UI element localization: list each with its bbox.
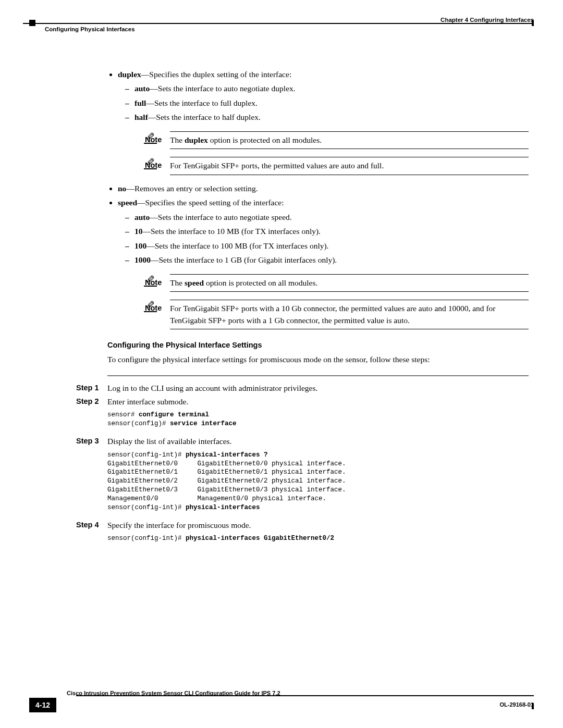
note-tengig-speed: ✎ Note For TenGigabit SFP+ ports with a … [144, 300, 529, 329]
note-speed-protected: ✎ Note The speed option is protected on … [144, 274, 529, 292]
subsection-heading: Configuring the Physical Interface Setti… [107, 340, 529, 351]
code-step2: sensor# configure terminal sensor(config… [107, 411, 529, 428]
page-content: duplex—Specifies the duplex setting of t… [107, 69, 529, 548]
header-section: Configuring Physical Interfaces [45, 25, 135, 34]
bullet-speed: speed—Specifies the speed setting of the… [118, 197, 529, 329]
page-header: Chapter 4 Configuring Interfaces Configu… [29, 16, 534, 32]
code-step4: sensor(config-int)# physical-interfaces … [107, 534, 529, 543]
footer-doc-number: OL-29168-01 [500, 701, 534, 709]
page-number: 4-12 [29, 698, 56, 712]
step-2: Step 2 Enter interface submode. sensor# … [107, 396, 529, 434]
subsection-intro: To configure the physical interface sett… [107, 354, 529, 365]
step-1: Step 1 Log in to the CLI using an accoun… [107, 382, 529, 394]
step-4: Step 4 Specify the interface for promisc… [107, 520, 529, 548]
note-tengig-duplex: ✎ Note For TenGigabit SFP+ ports, the pe… [144, 157, 529, 175]
footer-guide-title: Cisco Intrusion Prevention System Sensor… [67, 689, 500, 698]
note-duplex-protected: ✎ Note The duplex option is protected on… [144, 131, 529, 149]
page-footer: 4-12 Cisco Intrusion Prevention System S… [29, 695, 534, 712]
bullet-duplex: duplex—Specifies the duplex setting of t… [118, 69, 529, 175]
code-step3: sensor(config-int)# physical-interfaces … [107, 451, 529, 512]
steps-separator [107, 375, 529, 376]
step-3: Step 3 Display the list of available int… [107, 436, 529, 517]
bullet-no: no—Removes an entry or selection setting… [118, 183, 529, 194]
